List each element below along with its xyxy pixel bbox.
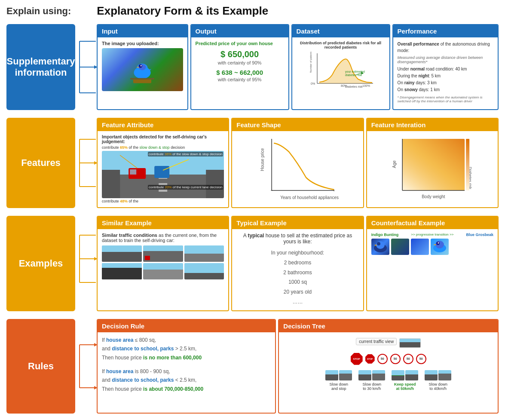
dataset-chart: 0% 80% 100% Diabetes risk your estimated… [297, 51, 385, 90]
output-price-main: $ 650,000 [196, 49, 284, 59]
traffic-img-1 [102, 245, 142, 262]
performance-footnote: * Disengagement means when the automated… [398, 95, 493, 103]
svg-rect-53 [466, 139, 469, 190]
feature-attribute-body: Important objects detected for the self-… [98, 131, 228, 207]
traffic-signs-row: STOP STOP 50 50 [351, 353, 426, 365]
performance-panel: Performance Overall performance of the a… [392, 24, 499, 110]
connector-features [75, 118, 97, 208]
cf-label-grosbeak: Blue Grosbeak [466, 233, 493, 237]
cf-bird-4 [431, 239, 449, 255]
counterfactual-body: Indigo Bunting >> progressive transition… [367, 229, 498, 258]
action-slow-stop: Slow downand stop [325, 370, 352, 391]
bird-icon [127, 55, 157, 85]
svg-marker-58 [94, 257, 97, 261]
svg-point-61 [377, 242, 380, 245]
dataset-header: Dataset [292, 25, 389, 37]
fa-overlay-3: contribute 20% of the keep current lane … [148, 185, 223, 190]
svg-text:0%: 0% [311, 82, 315, 85]
speed-sign-50-3: 50 [403, 354, 413, 364]
traffic-img-5 [143, 263, 183, 279]
counterfactual-panel: Counterfactual Example Indigo Bunting >>… [366, 216, 499, 311]
traffic-preview [399, 338, 421, 348]
output-certainty-range: with certainty of 95% [196, 77, 284, 82]
performance-header: Performance [393, 25, 498, 37]
typical-example-panel: Typical Example A typical house to sell … [231, 216, 364, 311]
action-imgs-3 [392, 370, 418, 380]
category-features: Features [6, 118, 75, 208]
connector-supplementary [75, 24, 97, 110]
img-keep-50-2 [405, 370, 418, 380]
output-body: Predicted price of your own house $ 650,… [191, 37, 288, 89]
dataset-chart-svg: 0% 80% 100% Diabetes risk your estimated… [297, 51, 385, 90]
feature-shape-body: House price Years of household appliance… [232, 131, 363, 207]
action-columns: Slow downand stop Slow downto 30 km/h [325, 370, 451, 391]
predicted-label: Predicted price of your own house [196, 41, 284, 46]
svg-text:Age: Age [392, 160, 397, 168]
output-price-range: $ 638 ~ 662,000 [196, 69, 284, 76]
feature-interaction-chart: Age Body weight Diabetes risk [371, 135, 493, 203]
form-title: Explanatory Form & its Example [97, 4, 268, 18]
fa-annotation-1: contribute 65% of the slow down & stop d… [102, 145, 224, 150]
cf-arrow: >> progressive transition >> [411, 233, 453, 237]
decision-tree-header: Decision Tree [279, 320, 498, 332]
features-panels: Feature Attribute Important objects dete… [97, 118, 499, 208]
feature-interaction-header: Feature Interation [367, 119, 498, 131]
input-body: The image you uploaded: [98, 37, 187, 95]
svg-point-66 [438, 242, 439, 244]
similar-text: Similar traffic conditions as the curren… [102, 233, 224, 243]
svg-point-9 [141, 65, 142, 67]
fa-annotation-4: contribute 48% of the [102, 199, 224, 203]
img-slow-stop-2 [339, 370, 352, 380]
stop-sign-2: STOP [365, 354, 375, 364]
stop-sign-1: STOP [351, 353, 363, 365]
feature-attribute-header: Feature Attribute [98, 119, 228, 131]
action-imgs-4 [425, 370, 451, 380]
svg-marker-67 [433, 244, 436, 245]
decision-rule-header: Decision Rule [98, 320, 275, 332]
similar-example-panel: Similar Example Similar traffic conditio… [97, 216, 229, 311]
action-label-50: Keep speedat 50km/h [394, 382, 416, 391]
action-imgs-2 [358, 370, 385, 380]
svg-marker-30 [94, 161, 97, 165]
connector-examples [75, 216, 97, 311]
supplementary-panels: Input The image you uploaded: [97, 24, 499, 110]
feature-shape-panel: Feature Shape House price [231, 118, 364, 208]
output-header: Output [191, 25, 288, 37]
tree-content: current traffic view STOP STOP [283, 336, 493, 393]
svg-text:100%: 100% [362, 84, 370, 87]
cf-bird-3 [411, 239, 429, 255]
category-examples: Examples [6, 216, 75, 311]
img-slow-40-2 [438, 370, 451, 380]
feature-attribute-panel: Feature Attribute Important objects dete… [97, 118, 229, 208]
decision-tree-panel: Decision Tree current traffic view STOP [278, 319, 499, 414]
feature-interaction-body: Age Body weight Diabetes risk [367, 131, 498, 207]
input-label: The image you uploaded: [102, 41, 183, 46]
traffic-img-2 [143, 245, 183, 262]
traffic-label: current traffic view [356, 338, 397, 345]
similar-header: Similar Example [98, 217, 228, 229]
cf-bird-images [371, 239, 493, 255]
svg-rect-14 [130, 78, 154, 80]
input-panel: Input The image you uploaded: [97, 24, 188, 110]
connector-rules [75, 319, 97, 414]
action-imgs-1 [325, 370, 352, 380]
speed-sign-50-2: 50 [390, 354, 401, 364]
svg-marker-4 [94, 65, 97, 69]
category-supplementary: Supplementary information [6, 24, 75, 110]
svg-point-60 [376, 241, 385, 249]
svg-text:diabetes risk: diabetes risk [345, 74, 362, 77]
similar-images [102, 245, 224, 279]
svg-text:Years of household appliances: Years of household appliances [280, 195, 339, 200]
img-slow-30-2 [372, 370, 385, 380]
input-header: Input [98, 25, 187, 37]
svg-marker-71 [94, 343, 97, 346]
traffic-img-4 [102, 263, 142, 279]
feature-interaction-svg: Age Body weight Diabetes risk [371, 135, 493, 203]
input-image [102, 48, 183, 91]
svg-marker-72 [94, 386, 97, 389]
traffic-view-row: current traffic view [356, 338, 421, 349]
svg-text:Number of patient records: Number of patient records [309, 51, 312, 73]
typical-header: Typical Example [232, 217, 363, 229]
decision-tree-body: current traffic view STOP STOP [279, 332, 498, 396]
svg-rect-35 [159, 190, 167, 192]
